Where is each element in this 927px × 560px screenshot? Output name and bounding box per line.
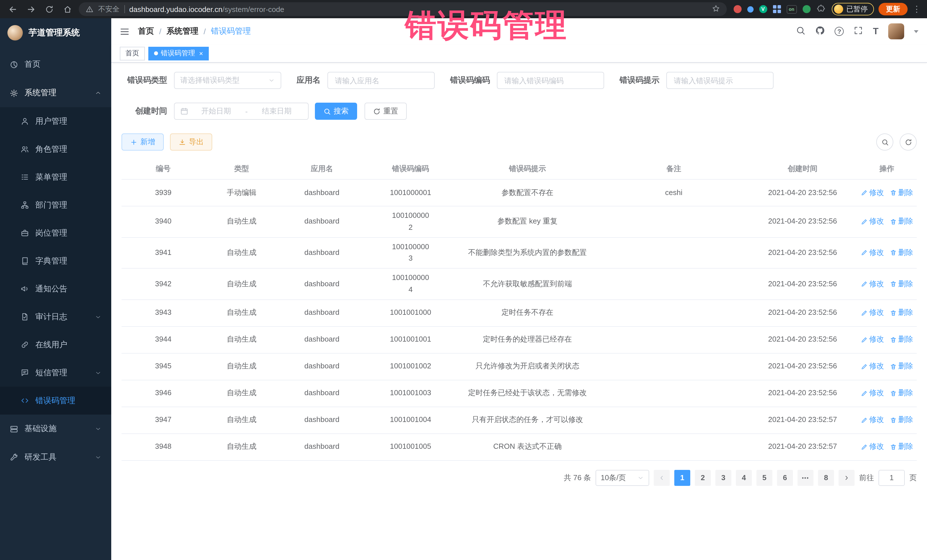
sidebar-item-audit-log[interactable]: 审计日志: [0, 303, 111, 331]
export-button[interactable]: 导出: [170, 134, 212, 150]
page-button-4[interactable]: 4: [736, 470, 752, 486]
next-page-button[interactable]: [839, 470, 854, 486]
delete-link[interactable]: 删除: [890, 334, 913, 346]
user-avatar[interactable]: [888, 23, 904, 39]
home-icon[interactable]: [61, 2, 74, 16]
search-icon[interactable]: [796, 25, 805, 37]
address-bar[interactable]: 不安全 dashboard.yudao.iocoder.cn/system/er…: [79, 2, 726, 16]
delete-link[interactable]: 删除: [890, 216, 913, 228]
search-button[interactable]: 搜索: [315, 103, 357, 120]
extension-icon-on-badge[interactable]: on: [786, 5, 797, 14]
cell-id: 3942: [122, 269, 205, 300]
extensions-puzzle-icon[interactable]: [816, 4, 825, 15]
delete-link[interactable]: 删除: [890, 441, 913, 453]
refresh-table-button[interactable]: [900, 134, 917, 150]
edit-link[interactable]: 修改: [860, 278, 884, 290]
profile-paused-badge[interactable]: 已暂停: [831, 3, 874, 15]
tab-error-code[interactable]: 错误码管理 ×: [148, 47, 209, 60]
delete-link[interactable]: 删除: [890, 278, 913, 290]
error-code-input[interactable]: [497, 72, 604, 89]
reload-icon[interactable]: [42, 2, 56, 16]
page-button-2[interactable]: 2: [695, 470, 711, 486]
chrome-update-button[interactable]: 更新: [878, 3, 907, 15]
sidebar-item-roles[interactable]: 角色管理: [0, 135, 111, 163]
extension-icon-red[interactable]: [733, 5, 741, 13]
bookmark-star-icon[interactable]: [712, 4, 720, 14]
sidebar-item-infrastructure[interactable]: 基础设施: [0, 414, 111, 443]
sidebar-item-dictionary[interactable]: 字典管理: [0, 247, 111, 275]
github-icon[interactable]: [815, 25, 825, 37]
edit-link[interactable]: 修改: [860, 307, 884, 319]
goto-page-input[interactable]: [878, 470, 905, 486]
edit-link[interactable]: 修改: [860, 334, 884, 346]
create-time-range-picker[interactable]: 开始日期 - 结束日期: [174, 103, 308, 120]
edit-link[interactable]: 修改: [860, 414, 884, 426]
help-icon[interactable]: [834, 27, 844, 36]
sidebar-item-system[interactable]: 系统管理: [0, 79, 111, 107]
chrome-menu-icon[interactable]: ⋮: [912, 4, 921, 14]
delete-link[interactable]: 删除: [890, 307, 913, 319]
range-separator: -: [244, 107, 249, 115]
add-button[interactable]: 新增: [122, 134, 164, 150]
back-icon[interactable]: [6, 2, 20, 16]
toggle-search-button[interactable]: [876, 134, 894, 150]
extension-icon-vue[interactable]: V: [759, 5, 767, 13]
error-msg-input[interactable]: [666, 72, 774, 89]
delete-link[interactable]: 删除: [890, 187, 913, 199]
sidebar-item-dev-tools[interactable]: 研发工具: [0, 443, 111, 472]
sidebar-item-positions[interactable]: 岗位管理: [0, 219, 111, 247]
page-button-5[interactable]: 5: [757, 470, 772, 486]
delete-link[interactable]: 删除: [890, 361, 913, 373]
menu-list-icon: [21, 173, 29, 181]
edit-link[interactable]: 修改: [860, 247, 884, 259]
app-name-input[interactable]: [327, 72, 435, 89]
cell-msg: 参数配置 key 重复: [456, 206, 600, 238]
prev-page-button[interactable]: [654, 470, 670, 486]
sidebar-item-online-users[interactable]: 在线用户: [0, 331, 111, 359]
logo-image: [8, 25, 23, 40]
page-button-6[interactable]: 6: [777, 470, 793, 486]
page-body: 错误码类型 请选择错误码类型 应用名 错误码编码: [111, 63, 927, 560]
delete-link[interactable]: 删除: [890, 414, 913, 426]
sidebar-item-sms[interactable]: 短信管理: [0, 359, 111, 387]
font-size-icon[interactable]: [873, 26, 878, 36]
error-type-select[interactable]: 请选择错误码类型: [174, 72, 281, 89]
sidebar-item-error-code[interactable]: 错误码管理: [0, 387, 111, 414]
page-button-1[interactable]: 1: [674, 470, 690, 486]
sidebar-item-home[interactable]: 首页: [0, 50, 111, 79]
online-users-icon: [21, 340, 29, 349]
sidebar-item-users[interactable]: 用户管理: [0, 107, 111, 135]
user-icon: [21, 117, 29, 126]
sidebar-item-notices[interactable]: 通知公告: [0, 275, 111, 303]
page-size-select[interactable]: 10条/页: [596, 470, 649, 486]
edit-link[interactable]: 修改: [860, 187, 884, 199]
reset-button[interactable]: 重置: [365, 103, 407, 120]
forward-icon[interactable]: [24, 2, 38, 16]
breadcrumb-system[interactable]: 系统管理: [167, 26, 199, 36]
delete-link[interactable]: 删除: [890, 247, 913, 259]
top-navbar: 首页 / 系统管理 / 错误码管理: [111, 18, 927, 44]
sidebar-item-menus[interactable]: 菜单管理: [0, 163, 111, 191]
edit-link[interactable]: 修改: [860, 441, 884, 453]
edit-link[interactable]: 修改: [860, 216, 884, 228]
extension-icon-leaf[interactable]: [802, 5, 810, 13]
column-header: 类型: [205, 159, 278, 180]
more-pages-button[interactable]: •••: [798, 470, 813, 486]
page-button-3[interactable]: 3: [715, 470, 731, 486]
extension-icon-grid[interactable]: [773, 5, 781, 13]
close-icon[interactable]: ×: [199, 50, 203, 57]
sidebar-toggle-icon[interactable]: [120, 27, 129, 36]
delete-link[interactable]: 删除: [890, 387, 913, 399]
extension-icon-blue[interactable]: [747, 6, 753, 12]
caret-down-icon[interactable]: [914, 30, 918, 33]
cell-actions: 修改删除: [857, 180, 917, 206]
edit-link[interactable]: 修改: [860, 361, 884, 373]
tab-home[interactable]: 首页: [120, 47, 145, 60]
fullscreen-icon[interactable]: [853, 25, 863, 37]
page-button-8[interactable]: 8: [818, 470, 834, 486]
breadcrumb-home[interactable]: 首页: [138, 26, 154, 36]
screen: 不安全 dashboard.yudao.iocoder.cn/system/er…: [0, 0, 927, 560]
edit-link[interactable]: 修改: [860, 387, 884, 399]
sidebar-item-departments[interactable]: 部门管理: [0, 191, 111, 219]
cell-msg: 只允许修改为开启或者关闭状态: [456, 354, 600, 380]
